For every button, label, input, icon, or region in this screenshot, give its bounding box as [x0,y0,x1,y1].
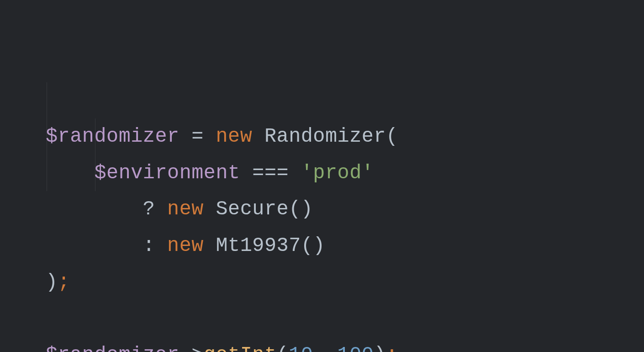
code-line: $randomizer->getInt(10, 100); [46,337,644,352]
code-token: $randomizer [46,125,179,148]
code-token [252,125,264,148]
code-line: $randomizer = new Randomizer( [46,118,644,155]
code-token [155,198,167,220]
indent [46,162,94,184]
code-token: -> [179,344,204,352]
code-token [240,162,253,184]
code-token: 100 [338,344,374,352]
code-token: 10 [289,344,313,352]
code-token: ( [277,344,289,352]
code-token: Mt19937 [216,235,301,257]
code-line: $environment === 'prod' [46,155,644,192]
code-token: $environment [94,162,240,184]
code-token: , [313,344,337,352]
code-token [289,162,301,184]
code-token: getInt [204,344,277,352]
code-token: $randomizer [46,344,179,352]
code-token: ) [374,344,386,352]
code-token: new [216,125,252,148]
code-token: Secure [216,198,289,220]
code-token: === [252,162,289,184]
code-line [46,300,644,337]
code-token: 'prod' [301,162,374,184]
code-line: ? new Secure() [46,191,644,228]
code-line: ); [46,264,644,301]
code-token [204,235,216,257]
code-token: ) [46,271,58,293]
code-token: () [289,198,313,220]
code-token: ; [386,344,398,352]
code-block: $randomizer = new Randomizer( $environme… [0,0,644,352]
code-line: : new Mt19937() [46,228,644,264]
code-token: ? [143,198,155,220]
code-token: ( [386,125,398,148]
indent [46,235,143,257]
code-token [204,198,216,220]
code-token [155,235,167,257]
code-token: () [301,235,325,257]
code-token: new [167,235,204,257]
code-token: ; [58,271,70,293]
code-token: new [167,198,204,220]
indent [46,198,143,220]
code-token: = [179,125,216,148]
code-token: Randomizer [264,125,386,148]
code-token: : [143,235,155,257]
